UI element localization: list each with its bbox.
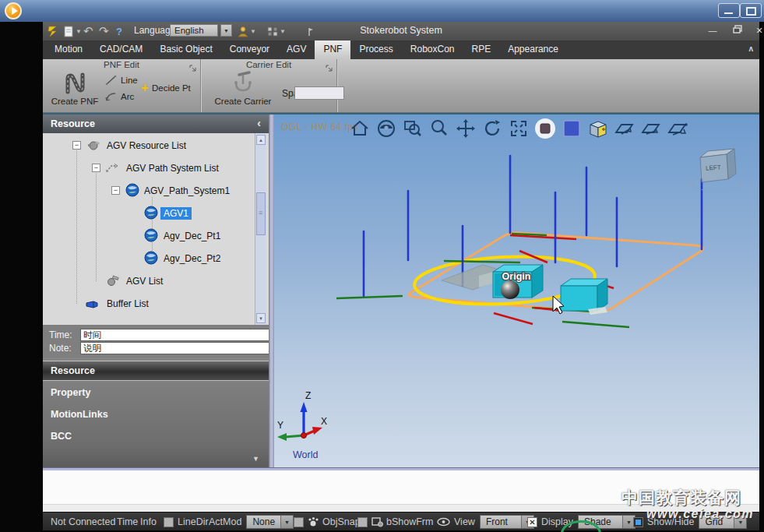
time-note-panel: Time: Note: [43,325,269,358]
globe-icon [144,228,158,242]
tree-item-agv-dec-pt2[interactable]: Agv_Dec_Pt2 [160,252,224,265]
create-carrier-label: Create Carrier [215,97,272,106]
player-maximize-button[interactable] [740,3,762,18]
ribbon-collapse-icon[interactable]: ᴧ [748,44,753,53]
close-button[interactable]: ✕ [750,25,764,37]
section-bcc[interactable]: BCC [43,426,269,446]
scroll-down-icon[interactable]: ▼ [256,313,266,323]
watermark-url: www.ceiea.com [646,507,754,521]
tree-guide-line [76,146,77,304]
actmod-value[interactable]: None [247,516,280,528]
tab-basic-object[interactable]: Basic Object [151,41,220,59]
resource-header-label: Resource [51,118,95,129]
agv-box-2[interactable] [561,279,607,315]
decide-pt-label: Decide Pt [152,83,191,93]
tree-item-agv-resource-list[interactable]: AGV Resource List [104,139,189,152]
tree-item-buffer-list[interactable]: Buffer List [104,298,152,310]
group-label-carrier-edit: Carrier Edit [201,60,336,69]
sidebar-sections: Resource Property MotionLinks BCC ▼ [43,358,269,467]
expander-minus-icon[interactable]: − [111,186,120,195]
view-cube[interactable]: LEFT [689,149,742,191]
space-input[interactable] [294,86,344,100]
agv-resource-icon [86,139,100,153]
restore-button[interactable] [728,25,747,37]
note-input[interactable] [80,342,272,354]
section-property[interactable]: Property [43,382,269,403]
tree-item-agv-list[interactable]: AGV List [123,275,166,287]
globe-icon [144,206,158,220]
create-pnf-button[interactable]: Create PNF [51,72,99,106]
linedir-toggle[interactable]: LineDir [164,516,209,528]
arc-label: Arc [121,92,134,101]
world-label: World [293,449,318,460]
tree-item-agv1-selected[interactable]: AGV1 [160,207,192,220]
viewport-3d[interactable]: OGL - HW 64 fps [274,115,759,467]
section-motionlinks[interactable]: MotionLinks [43,404,269,425]
bshowfrm-icon [371,516,383,527]
section-resource[interactable]: Resource [43,361,269,381]
time-input[interactable] [80,329,272,341]
tree-scrollbar[interactable]: ▲ ▼ [255,133,266,325]
status-info[interactable]: Info [140,516,157,528]
tab-pnf[interactable]: PNF [315,41,350,59]
player-minimize-button[interactable] [718,3,740,18]
panel-splitter[interactable] [269,115,274,467]
tree-item-agv-dec-pt1[interactable]: Agv_Dec_Pt1 [160,230,224,242]
view-select[interactable]: Front ▼ [480,515,534,529]
ribbon-tab-bar: Motion CAD/CAM Basic Object Conveyor AGV… [43,41,759,59]
tab-motion[interactable]: Motion [46,41,91,59]
dialog-launcher-icon[interactable] [189,62,197,69]
tab-conveyor[interactable]: Conveyor [221,41,278,59]
tab-cadcam[interactable]: CAD/CAM [91,41,151,59]
tab-appearance[interactable]: Appearance [499,41,567,59]
expander-minus-icon[interactable]: − [72,141,81,150]
status-time[interactable]: Time [117,516,138,528]
tree-item-agv-path-system-list[interactable]: AGV Path System List [123,162,222,174]
objsnap-label: ObjSnap [322,516,361,527]
create-pnf-label: Create PNF [51,97,99,106]
ribbon-group-carrier-edit: Carrier Edit Create Carrier Space [201,59,337,112]
scroll-up-icon[interactable]: ▲ [256,135,266,145]
sections-caret-icon[interactable]: ▼ [252,455,259,463]
objsnap-toggle[interactable]: ObjSnap [294,516,361,528]
buffer-icon [86,297,100,311]
linedir-checkbox[interactable] [164,517,174,527]
bshowfrm-checkbox[interactable] [357,517,368,527]
line-button[interactable]: Line [105,75,138,86]
arc-button[interactable]: Arc [105,91,134,102]
view-label: View [454,516,475,527]
showhide-checkbox[interactable] [633,517,643,527]
decide-pt-button[interactable]: + Decide Pt [141,83,191,93]
view-value[interactable]: Front [481,516,521,528]
minimize-button[interactable]: — [703,25,722,37]
decide-pt-icon: + [141,83,149,93]
create-carrier-icon [233,70,253,95]
tab-roboxcon[interactable]: RoboxCon [402,41,463,59]
dropdown-arrow-icon[interactable]: ▼ [280,516,293,528]
objsnap-icon [308,516,319,527]
dialog-launcher-icon[interactable] [326,62,333,69]
expander-minus-icon[interactable]: − [92,164,100,172]
tab-agv[interactable]: AGV [278,41,315,59]
tab-process[interactable]: Process [350,41,401,59]
display-checkbox-checked[interactable]: ✕ [527,517,537,527]
create-carrier-button[interactable]: Create Carrier [210,70,276,106]
actmod-select[interactable]: None ▼ [246,515,294,529]
line-icon [105,75,118,86]
resource-panel-header: Resource ‹ [43,115,269,133]
time-label: Time: [49,329,72,340]
origin-marker [501,280,519,299]
scrollbar-thumb[interactable] [256,192,266,235]
view-cube-face-label: LEFT [706,164,721,171]
axis-triad: Z Y X World [277,390,327,460]
bshowfrm-toggle[interactable]: bShowFrm [357,516,433,528]
play-icon[interactable] [5,2,22,19]
tree-item-agv-path-system1[interactable]: AGV_Path_System1 [141,185,233,197]
path-system-icon [105,161,119,175]
group-label-pnf-edit: PNF Edit [43,60,200,69]
agv-list-icon [105,274,119,288]
objsnap-checkbox[interactable] [294,517,304,527]
3d-scene[interactable]: Origin [274,115,759,467]
panel-collapse-icon[interactable]: ‹ [257,115,261,132]
tab-rpe[interactable]: RPE [463,41,500,59]
